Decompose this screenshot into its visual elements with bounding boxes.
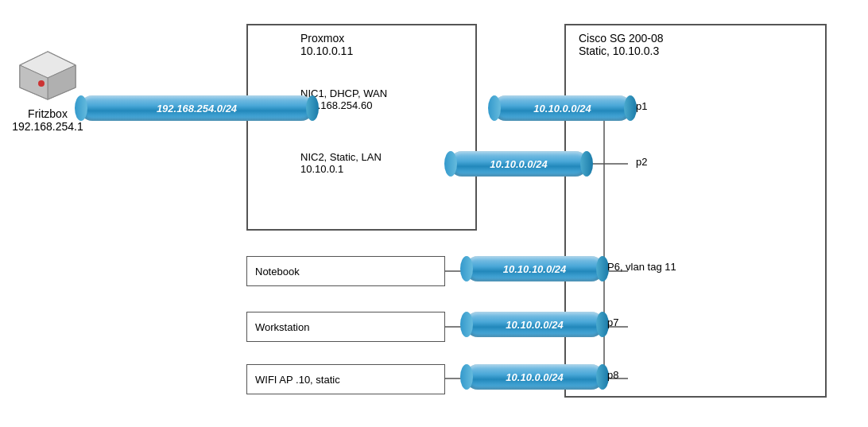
network-diagram: Fritzbox 192.168.254.1 Proxmox 10.10.0.1…: [0, 0, 868, 427]
p2-pipe: 10.10.0.0/24: [449, 151, 588, 177]
fritzbox-ip: 192.168.254.1: [8, 120, 87, 133]
nic2-label: NIC2, Static, LAN 10.10.0.1: [300, 151, 382, 175]
cisco-title: Cisco SG 200-08 Static, 10.10.0.3: [579, 32, 664, 57]
p6-port-label: P6, vlan tag 11: [607, 261, 676, 273]
p2-port-label: p2: [636, 156, 647, 168]
p8-port-label: p8: [607, 369, 618, 381]
notebook-pipe: 10.10.10.0/24: [465, 256, 604, 281]
workstation-pipe: 10.10.0.0/24: [465, 312, 604, 337]
proxmox-title: Proxmox 10.10.0.11: [300, 32, 353, 57]
wifi-box: WIFI AP .10, static: [246, 364, 445, 394]
workstation-box: Workstation: [246, 312, 445, 342]
notebook-box: Notebook: [246, 256, 445, 286]
p7-port-label: p7: [607, 316, 618, 328]
svg-point-15: [38, 80, 45, 87]
p1-pipe: 10.10.0.0/24: [493, 95, 632, 121]
wifi-pipe: 10.10.0.0/24: [465, 364, 604, 390]
proxmox-box: [246, 24, 477, 231]
p1-port-label: p1: [636, 100, 647, 112]
fritzbox-icon: [16, 48, 79, 103]
cisco-box: [564, 24, 827, 398]
wan-pipe: 192.168.254.0/24: [79, 95, 314, 121]
